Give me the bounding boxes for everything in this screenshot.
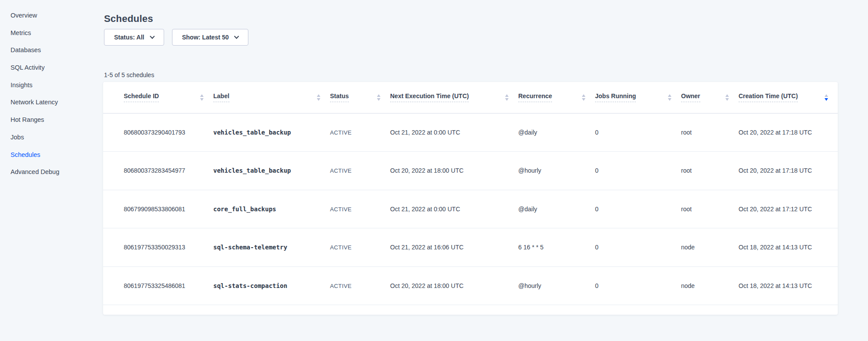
recurrence-cell: @daily (518, 206, 537, 213)
schedule-label-cell: core_full_backups (213, 206, 276, 213)
column-header-schedule-id[interactable]: Schedule ID (103, 82, 213, 113)
sidebar-item-network-latency[interactable]: Network Latency (11, 94, 94, 111)
recurrence-cell: @hourly (518, 282, 541, 289)
column-header-creation-time[interactable]: Creation Time (UTC) (739, 82, 838, 113)
schedule-id-cell: 806800373290401793 (124, 129, 185, 136)
column-header-label[interactable]: Label (213, 82, 330, 113)
sidebar-item-insights[interactable]: Insights (11, 77, 94, 94)
results-count: 1-5 of 5 schedules (104, 71, 154, 78)
table-row[interactable]: 806800373290401793 vehicles_table_backup… (103, 113, 838, 152)
table-row[interactable]: 806197753350029313 sql-schema-telemetry … (103, 228, 838, 267)
next-execution-cell: Oct 21, 2022 at 0:00 UTC (390, 129, 460, 136)
jobs-running-cell: 0 (595, 282, 599, 289)
sidebar-item-hot-ranges[interactable]: Hot Ranges (11, 111, 94, 129)
chevron-down-icon (150, 34, 154, 39)
owner-cell: node (681, 282, 695, 289)
status-filter-dropdown[interactable]: Status: All (104, 29, 164, 46)
schedule-label-cell: sql-schema-telemetry (213, 244, 287, 251)
schedule-id-cell: 806197753325486081 (124, 282, 185, 289)
sort-icon[interactable] (311, 94, 320, 101)
table-header-row: Schedule ID Label Status Next Execution … (103, 82, 838, 113)
sidebar-item-schedules[interactable]: Schedules (11, 146, 94, 164)
schedules-table: Schedule ID Label Status Next Execution … (103, 82, 838, 305)
schedule-id-cell: 806197753350029313 (124, 244, 185, 251)
table-row[interactable]: 806197753325486081 sql-stats-compaction … (103, 266, 838, 305)
jobs-running-cell: 0 (595, 129, 599, 136)
column-header-status[interactable]: Status (330, 82, 390, 113)
next-execution-cell: Oct 20, 2022 at 18:00 UTC (390, 167, 463, 174)
jobs-running-cell: 0 (595, 244, 599, 251)
sort-icon[interactable] (576, 94, 585, 101)
sort-icon[interactable] (818, 94, 828, 101)
creation-time-cell: Oct 20, 2022 at 17:18 UTC (739, 129, 812, 136)
page-title: Schedules (104, 13, 153, 25)
sidebar-item-advanced-debug[interactable]: Advanced Debug (11, 163, 94, 181)
sidebar-item-overview[interactable]: Overview (11, 7, 94, 25)
schedule-label-cell: vehicles_table_backup (213, 167, 291, 174)
sidebar-item-sql-activity[interactable]: SQL Activity (11, 59, 94, 77)
sidebar-item-metrics[interactable]: Metrics (11, 25, 94, 42)
sort-icon[interactable] (371, 94, 380, 101)
creation-time-cell: Oct 18, 2022 at 14:13 UTC (739, 282, 812, 289)
owner-cell: root (681, 206, 692, 213)
sidebar-item-jobs[interactable]: Jobs (11, 129, 94, 146)
recurrence-cell: @hourly (518, 167, 541, 174)
schedule-id-cell: 806800373283454977 (124, 167, 185, 174)
owner-cell: node (681, 244, 695, 251)
table-row[interactable]: 806800373283454977 vehicles_table_backup… (103, 152, 838, 190)
creation-time-cell: Oct 20, 2022 at 17:12 UTC (739, 206, 812, 213)
column-header-next-execution-time[interactable]: Next Execution Time (UTC) (390, 82, 518, 113)
status-cell: ACTIVE (330, 129, 352, 136)
chevron-down-icon (234, 34, 239, 39)
creation-time-cell: Oct 20, 2022 at 17:18 UTC (739, 167, 812, 174)
status-filter-label: Status: All (114, 34, 144, 41)
show-filter-label: Show: Latest 50 (182, 34, 229, 41)
sort-icon[interactable] (719, 94, 729, 101)
table-row[interactable]: 806799098533806081 core_full_backups ACT… (103, 190, 838, 228)
next-execution-cell: Oct 20, 2022 at 18:00 UTC (390, 282, 463, 289)
status-cell: ACTIVE (330, 244, 352, 251)
sidebar-item-databases[interactable]: Databases (11, 42, 94, 59)
status-cell: ACTIVE (330, 283, 352, 289)
schedules-table-card: Schedule ID Label Status Next Execution … (103, 82, 838, 315)
sidebar: Overview Metrics Databases SQL Activity … (11, 7, 94, 181)
column-header-jobs-running[interactable]: Jobs Running (595, 82, 681, 113)
column-header-recurrence[interactable]: Recurrence (518, 82, 595, 113)
sort-icon[interactable] (662, 94, 671, 101)
show-filter-dropdown[interactable]: Show: Latest 50 (172, 29, 249, 46)
sort-icon[interactable] (499, 94, 509, 101)
next-execution-cell: Oct 21, 2022 at 16:06 UTC (390, 244, 463, 251)
main-content: Schedules Status: All Show: Latest 50 1-… (103, 0, 838, 341)
sort-icon[interactable] (194, 94, 204, 101)
jobs-running-cell: 0 (595, 167, 599, 174)
filter-bar: Status: All Show: Latest 50 (104, 29, 248, 46)
creation-time-cell: Oct 18, 2022 at 14:13 UTC (739, 244, 812, 251)
jobs-running-cell: 0 (595, 206, 599, 213)
owner-cell: root (681, 129, 692, 136)
status-cell: ACTIVE (330, 206, 352, 213)
schedule-label-cell: sql-stats-compaction (213, 282, 287, 289)
status-cell: ACTIVE (330, 167, 352, 174)
schedule-label-cell: vehicles_table_backup (213, 129, 291, 136)
next-execution-cell: Oct 21, 2022 at 0:00 UTC (390, 206, 460, 213)
schedule-id-cell: 806799098533806081 (124, 206, 185, 213)
column-header-owner[interactable]: Owner (681, 82, 739, 113)
recurrence-cell: 6 16 * * 5 (518, 244, 544, 251)
recurrence-cell: @daily (518, 129, 537, 136)
owner-cell: root (681, 167, 692, 174)
